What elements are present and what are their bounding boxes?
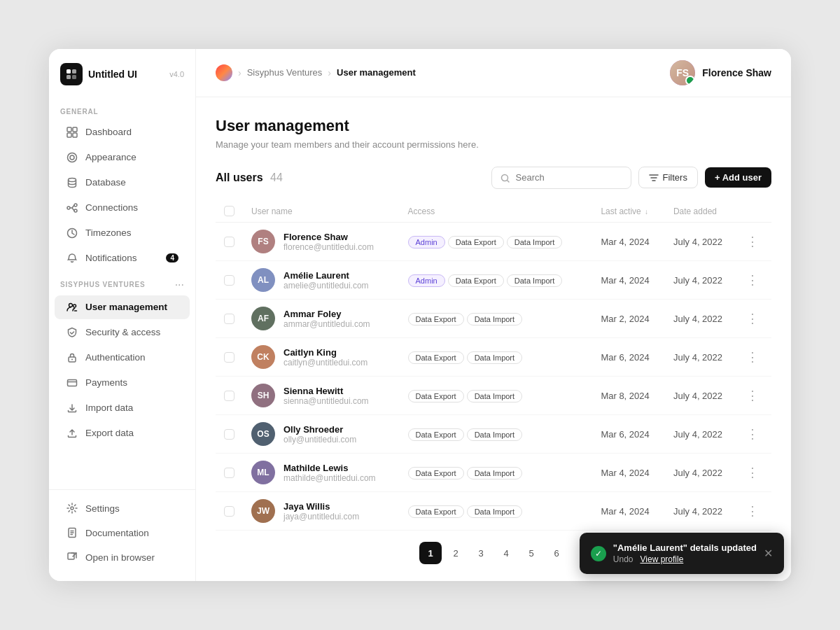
table-header: All users 44 — [216, 167, 771, 189]
svg-rect-4 — [67, 127, 71, 132]
select-all-header — [216, 200, 243, 223]
sidebar-item-label: Security & access — [85, 327, 160, 337]
sidebar-item-settings[interactable]: Settings — [55, 496, 190, 520]
sidebar-item-notifications[interactable]: Notifications 4 — [55, 246, 190, 270]
sidebar-item-user-management[interactable]: User management — [55, 295, 190, 319]
page-5-button[interactable]: 5 — [520, 542, 542, 564]
add-user-label: + Add user — [715, 172, 762, 183]
general-section-label: GENERAL — [49, 99, 195, 120]
sidebar-item-label: Documentation — [85, 528, 149, 538]
select-all-checkbox[interactable] — [224, 206, 234, 216]
sidebar-item-appearance[interactable]: Appearance — [55, 146, 190, 169]
row-more-button[interactable]: ⋮ — [746, 350, 760, 364]
svg-point-11 — [67, 206, 70, 209]
row-more-button[interactable]: ⋮ — [746, 273, 760, 287]
breadcrumb-separator: › — [238, 67, 241, 78]
row-user-email: amelie@untitledui.com — [284, 281, 369, 290]
table-row: OS Olly Shroeder olly@untitledui.com Dat… — [216, 415, 771, 454]
view-profile-link[interactable]: View profile — [640, 554, 684, 564]
page-1-button[interactable]: 1 — [419, 542, 442, 564]
row-actions-cell: ⋮ — [738, 300, 771, 338]
row-actions-cell: ⋮ — [738, 338, 771, 377]
last-active-column-header[interactable]: Last active ↓ — [592, 200, 665, 223]
row-checkbox[interactable] — [224, 352, 234, 363]
breadcrumb-page[interactable]: User management — [337, 67, 416, 78]
undo-label: Undo — [613, 554, 634, 564]
row-avatar: AF — [251, 307, 275, 330]
svg-point-10 — [69, 178, 76, 181]
svg-point-12 — [74, 204, 77, 206]
row-more-button[interactable]: ⋮ — [746, 465, 760, 479]
sidebar-item-connections[interactable]: Connections — [55, 196, 190, 220]
search-input[interactable] — [516, 172, 622, 183]
breadcrumb-company[interactable]: Sisyphus Ventures — [247, 67, 323, 78]
database-icon — [66, 176, 78, 189]
sidebar-item-database[interactable]: Database — [55, 171, 190, 195]
sidebar-item-import-data[interactable]: Import data — [55, 396, 190, 420]
row-checkbox[interactable] — [224, 391, 234, 401]
row-checkbox[interactable] — [224, 275, 234, 286]
row-user-name: Sienna Hewitt — [284, 386, 369, 396]
all-users-label: All users — [216, 172, 263, 183]
access-tag: Data Import — [467, 313, 522, 326]
row-user-email: florence@untitledui.com — [284, 242, 374, 252]
page-6-button[interactable]: 6 — [545, 542, 568, 564]
sidebar-item-label: Payments — [85, 377, 127, 388]
row-more-button[interactable]: ⋮ — [746, 427, 760, 441]
sidebar-item-documentation[interactable]: Documentation — [55, 521, 190, 545]
row-checkbox-cell — [216, 223, 243, 261]
access-cell: Data ExportData Import — [400, 492, 593, 531]
user-info: Olly Shroeder olly@untitledui.com — [284, 424, 356, 444]
users-table: User name Access Last active ↓ Date adde… — [216, 200, 771, 531]
add-user-button[interactable]: + Add user — [705, 167, 771, 188]
row-checkbox[interactable] — [224, 314, 234, 324]
page-title: User management — [216, 117, 771, 135]
row-checkbox-cell — [216, 454, 243, 492]
sidebar-item-open-in-browser[interactable]: Open in browser — [55, 545, 190, 569]
date-added-cell: July 4, 2022 — [665, 377, 738, 415]
page-4-button[interactable]: 4 — [495, 542, 517, 564]
row-checkbox[interactable] — [224, 237, 234, 247]
page-3-button[interactable]: 3 — [470, 542, 492, 564]
row-more-button[interactable]: ⋮ — [746, 234, 760, 248]
sidebar-item-dashboard[interactable]: Dashboard — [55, 120, 190, 144]
row-more-button[interactable]: ⋮ — [746, 504, 760, 518]
access-tag: Data Export — [448, 274, 504, 287]
row-more-button[interactable]: ⋮ — [746, 312, 760, 326]
sidebar-item-label: Export data — [85, 428, 134, 438]
date-added-cell: July 4, 2022 — [665, 338, 738, 377]
row-checkbox-cell — [216, 492, 243, 531]
row-checkbox[interactable] — [224, 429, 234, 440]
page-2-button[interactable]: 2 — [444, 542, 467, 564]
row-user-email: jaya@untitledui.com — [284, 512, 359, 522]
last-active-cell: Mar 2, 2024 — [592, 300, 665, 338]
row-actions-cell: ⋮ — [738, 492, 771, 531]
sidebar-item-timezones[interactable]: Timezones — [55, 221, 190, 245]
user-name-cell: JW Jaya Willis jaya@untitledui.com — [243, 492, 400, 531]
row-checkbox[interactable] — [224, 468, 234, 478]
row-avatar: OS — [251, 422, 275, 446]
row-more-button[interactable]: ⋮ — [746, 388, 760, 402]
filters-button[interactable]: Filters — [638, 167, 698, 188]
security-icon — [66, 326, 78, 339]
row-user-name: Caitlyn King — [284, 347, 368, 358]
search-box[interactable] — [491, 167, 631, 189]
sisyphus-more-button[interactable]: ··· — [175, 279, 184, 290]
toast-message: "Amélie Laurent" details updated — [613, 542, 757, 553]
sidebar-item-security-access[interactable]: Security & access — [55, 321, 190, 344]
sidebar-item-authentication[interactable]: Authentication — [55, 346, 190, 370]
user-profile[interactable]: FS Florence Shaw — [670, 60, 771, 85]
row-checkbox[interactable] — [224, 506, 234, 517]
sidebar-item-export-data[interactable]: Export data — [55, 421, 190, 445]
svg-point-8 — [68, 153, 77, 162]
row-actions-cell: ⋮ — [738, 377, 771, 415]
svg-rect-2 — [66, 75, 71, 79]
sidebar-item-payments[interactable]: Payments — [55, 371, 190, 395]
access-cell: AdminData ExportData Import — [400, 223, 593, 261]
date-added-cell: July 4, 2022 — [665, 300, 738, 338]
table-row: SH Sienna Hewitt sienna@untitledui.com D… — [216, 377, 771, 415]
documentation-icon — [66, 526, 78, 539]
all-users-heading: All users 44 — [216, 172, 283, 184]
toast-close-button[interactable]: ✕ — [764, 548, 773, 559]
toast-actions: Undo View profile — [613, 554, 757, 564]
